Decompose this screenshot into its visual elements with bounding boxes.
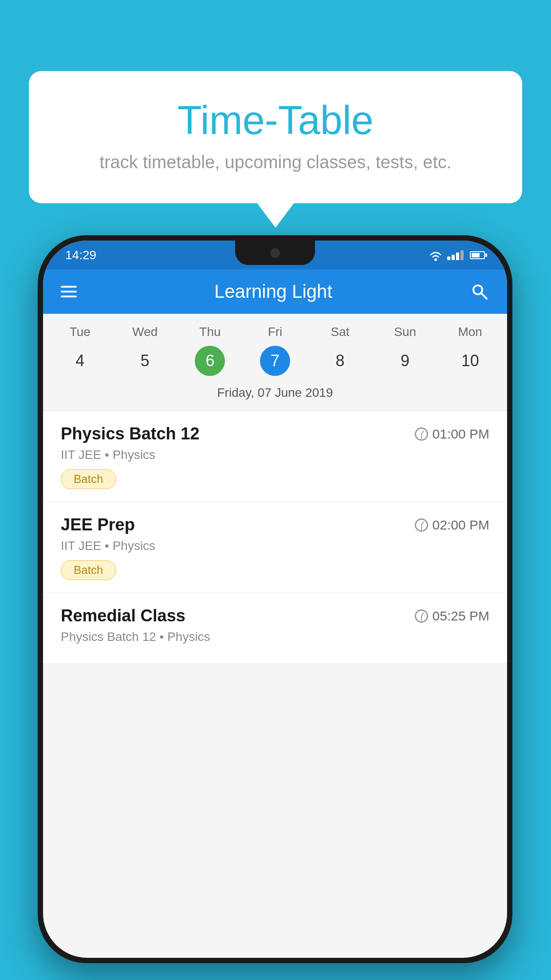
day-label-6: Mon	[437, 323, 503, 341]
day-label-4: Sat	[307, 323, 373, 341]
day-6-today[interactable]: 6	[195, 346, 225, 376]
info-bubble: Time-Table track timetable, upcoming cla…	[29, 71, 522, 203]
schedule-meta-2: IIT JEE • Physics	[61, 539, 489, 553]
camera	[270, 248, 280, 258]
bubble-subtitle: track timetable, upcoming classes, tests…	[64, 152, 487, 172]
hamburger-menu-button[interactable]	[61, 286, 77, 297]
schedule-item-1[interactable]: Physics Batch 12 01:00 PM IIT JEE • Phys…	[43, 411, 507, 502]
day-5[interactable]: 5	[113, 346, 178, 376]
app-bar: Learning Light	[43, 269, 507, 314]
schedule-title-3: Remedial Class	[61, 606, 185, 625]
day-label-5: Sun	[373, 323, 438, 341]
clock-icon-2	[415, 518, 428, 532]
phone-mockup: 14:29	[38, 235, 512, 963]
day-10[interactable]: 10	[437, 346, 503, 376]
day-label-0: Tue	[47, 323, 113, 341]
schedule-meta-3: Physics Batch 12 • Physics	[61, 630, 489, 644]
day-4[interactable]: 4	[47, 346, 113, 376]
schedule-item-3[interactable]: Remedial Class 05:25 PM Physics Batch 12…	[43, 593, 507, 664]
schedule-item-2[interactable]: JEE Prep 02:00 PM IIT JEE • Physics Batc…	[43, 502, 507, 593]
status-icons	[429, 249, 485, 261]
day-labels: Tue Wed Thu Fri Sat Sun Mon	[47, 323, 503, 341]
day-numbers: 4 5 6 7 8 9 10	[47, 346, 503, 376]
search-button[interactable]	[470, 282, 489, 301]
clock-icon-3	[415, 609, 428, 623]
phone-screen: 14:29	[43, 241, 507, 958]
calendar-strip: Tue Wed Thu Fri Sat Sun Mon 4 5 6 7 8	[43, 314, 507, 411]
phone-notch	[235, 241, 315, 265]
svg-line-2	[481, 293, 487, 299]
day-9[interactable]: 9	[373, 346, 438, 376]
schedule-time-1: 01:00 PM	[415, 427, 489, 442]
day-label-2: Thu	[177, 323, 243, 341]
batch-badge-2: Batch	[61, 560, 116, 580]
schedule-title-1: Physics Batch 12	[61, 424, 200, 443]
app-title: Learning Light	[90, 281, 457, 302]
status-time: 14:29	[65, 248, 96, 262]
day-7-selected[interactable]: 7	[260, 346, 290, 376]
schedule-meta-1: IIT JEE • Physics	[61, 448, 489, 462]
day-8[interactable]: 8	[307, 346, 373, 376]
svg-point-0	[434, 258, 437, 261]
schedule-time-2: 02:00 PM	[415, 518, 489, 533]
signal-icon	[447, 250, 464, 260]
batch-badge-1: Batch	[61, 469, 116, 489]
bubble-title: Time-Table	[64, 98, 487, 143]
day-label-1: Wed	[113, 323, 178, 341]
battery-icon	[470, 251, 485, 259]
selected-date-label: Friday, 07 June 2019	[47, 382, 503, 406]
day-label-3: Fri	[243, 323, 308, 341]
schedule-time-3: 05:25 PM	[415, 609, 489, 624]
wifi-icon	[429, 249, 443, 261]
schedule-title-2: JEE Prep	[61, 515, 135, 534]
schedule-list: Physics Batch 12 01:00 PM IIT JEE • Phys…	[43, 411, 507, 664]
clock-icon-1	[415, 427, 428, 441]
